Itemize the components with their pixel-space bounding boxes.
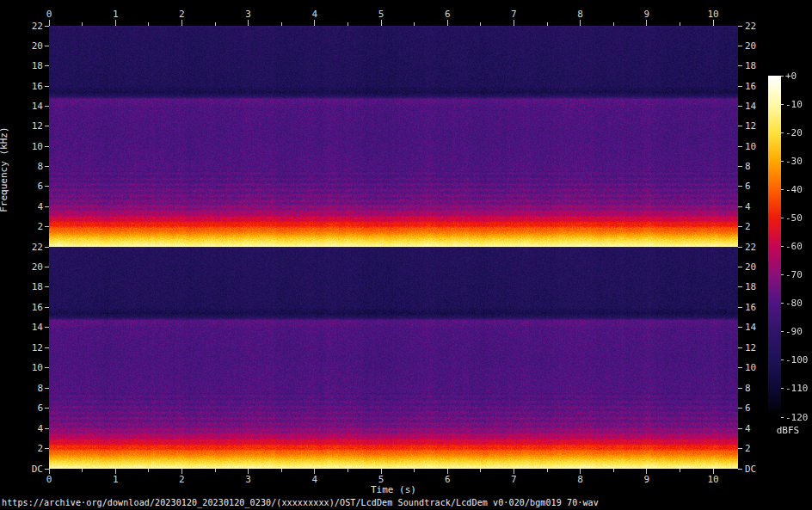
freq-tick-label-left: 22 bbox=[21, 22, 43, 31]
freq-tick-right bbox=[738, 448, 742, 449]
colorbar-tick-label: -110 bbox=[785, 384, 809, 393]
freq-tick-label-right: 12 bbox=[745, 121, 756, 131]
time-tick-label-bottom: 1 bbox=[102, 475, 128, 484]
freq-tick-label-left: 20 bbox=[21, 262, 43, 272]
time-tick-label-bottom: 6 bbox=[434, 475, 460, 484]
colorbar-tick-label: -70 bbox=[785, 270, 803, 280]
colorbar-tick-label: -60 bbox=[785, 242, 803, 251]
freq-tick-label-left: 2 bbox=[21, 444, 43, 453]
freq-tick-left bbox=[45, 286, 49, 287]
time-tick-label-bottom: 2 bbox=[169, 475, 194, 484]
freq-tick-label-right: 18 bbox=[745, 61, 756, 71]
freq-tick-left bbox=[45, 186, 49, 187]
time-tick-label-top: 7 bbox=[501, 9, 526, 19]
freq-tick-right bbox=[738, 469, 742, 470]
time-tick-major-top bbox=[381, 20, 382, 26]
freq-tick-label-right: 8 bbox=[745, 384, 751, 393]
freq-tick-label-right: 6 bbox=[745, 181, 751, 191]
freq-tick-right bbox=[738, 166, 742, 167]
freq-tick-right bbox=[738, 126, 742, 126]
freq-tick-label-left: 16 bbox=[21, 82, 43, 91]
freq-tick-label-left: DC bbox=[21, 464, 43, 474]
time-tick-major-top bbox=[447, 20, 448, 26]
time-tick-label-top: 8 bbox=[568, 9, 594, 19]
colorbar-tick bbox=[781, 246, 784, 247]
freq-tick-right bbox=[738, 186, 742, 187]
freq-tick-label-right: DC bbox=[745, 464, 756, 474]
colorbar-gradient bbox=[768, 76, 781, 417]
freq-tick-label-right: 20 bbox=[745, 41, 756, 51]
freq-tick-left bbox=[45, 247, 49, 248]
time-tick-label-top: 1 bbox=[102, 9, 128, 19]
time-tick-major-top bbox=[248, 20, 249, 26]
freq-tick-right bbox=[738, 367, 742, 368]
freq-tick-right bbox=[738, 408, 742, 409]
time-tick-minor-bottom bbox=[547, 469, 548, 472]
freq-tick-label-right: 20 bbox=[745, 262, 756, 272]
freq-tick-left bbox=[45, 367, 49, 368]
freq-tick-label-right: 22 bbox=[745, 22, 756, 31]
freq-tick-right bbox=[738, 286, 742, 287]
colorbar-tick bbox=[781, 189, 784, 190]
freq-tick-right bbox=[738, 247, 742, 248]
time-tick-minor-bottom bbox=[148, 469, 149, 472]
freq-tick-right bbox=[738, 347, 742, 348]
time-axis-title: Time (s) bbox=[0, 484, 787, 495]
freq-tick-right bbox=[738, 86, 742, 87]
time-tick-label-top: 3 bbox=[236, 9, 261, 19]
time-tick-label-top: 5 bbox=[368, 9, 394, 19]
freq-tick-right bbox=[738, 46, 742, 46]
time-tick-minor-bottom bbox=[348, 469, 348, 472]
time-tick-major-top bbox=[713, 20, 714, 26]
freq-tick-label-right: 14 bbox=[745, 323, 756, 332]
freq-tick-label-left: 12 bbox=[21, 121, 43, 131]
time-tick-label-top: 6 bbox=[434, 9, 460, 19]
freq-tick-left bbox=[45, 448, 49, 449]
colorbar-tick bbox=[781, 132, 784, 133]
freq-tick-label-left: 14 bbox=[21, 323, 43, 332]
freq-tick-right bbox=[738, 206, 742, 207]
time-tick-minor-bottom bbox=[613, 469, 614, 472]
time-tick-minor-top bbox=[215, 22, 216, 26]
time-tick-label-bottom: 4 bbox=[302, 475, 328, 484]
colorbar-tick-label: -90 bbox=[785, 327, 803, 336]
freq-tick-label-left: 12 bbox=[21, 343, 43, 353]
colorbar-tick-label: -10 bbox=[785, 100, 803, 109]
time-tick-label-top: 4 bbox=[302, 9, 328, 19]
time-tick-label-bottom: 7 bbox=[501, 475, 526, 484]
colorbar-tick-label: -120 bbox=[785, 413, 809, 422]
freq-tick-label-right: 2 bbox=[745, 222, 751, 231]
freq-tick-label-left: 14 bbox=[21, 101, 43, 111]
freq-tick-label-right: 10 bbox=[745, 363, 756, 372]
freq-tick-right bbox=[738, 388, 742, 389]
freq-tick-left bbox=[45, 26, 49, 27]
freq-tick-right bbox=[738, 146, 742, 147]
time-tick-minor-bottom bbox=[414, 469, 415, 472]
freq-tick-left bbox=[45, 388, 49, 389]
freq-tick-label-left: 6 bbox=[21, 181, 43, 191]
time-tick-minor-top bbox=[348, 22, 348, 26]
freq-tick-right bbox=[738, 327, 742, 328]
colorbar-tick-label: -80 bbox=[785, 298, 803, 308]
time-tick-minor-top bbox=[680, 22, 680, 26]
freq-tick-left bbox=[45, 327, 49, 328]
freq-tick-label-left: 18 bbox=[21, 282, 43, 292]
freq-tick-label-right: 14 bbox=[745, 101, 756, 111]
time-tick-minor-top bbox=[82, 22, 83, 26]
colorbar-tick bbox=[781, 331, 784, 332]
freq-tick-right bbox=[738, 267, 742, 267]
colorbar-unit-label: dBFS bbox=[768, 425, 808, 436]
freq-tick-label-left: 2 bbox=[21, 222, 43, 231]
freq-tick-left bbox=[45, 347, 49, 348]
freq-tick-right bbox=[738, 307, 742, 308]
time-tick-label-bottom: 3 bbox=[236, 475, 261, 484]
freq-tick-label-left: 6 bbox=[21, 403, 43, 413]
time-tick-minor-top bbox=[480, 22, 481, 26]
colorbar-tick-label: -100 bbox=[785, 355, 809, 365]
freq-tick-label-right: 6 bbox=[745, 403, 751, 413]
time-tick-label-bottom: 9 bbox=[634, 475, 660, 484]
freq-tick-label-left: 4 bbox=[21, 202, 43, 212]
time-tick-minor-top bbox=[414, 22, 415, 26]
colorbar-tick bbox=[781, 274, 784, 275]
time-tick-label-bottom: 0 bbox=[36, 475, 62, 484]
